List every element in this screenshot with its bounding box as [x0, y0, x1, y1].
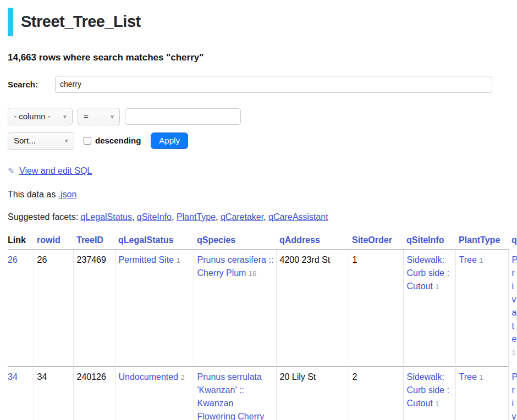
descending-label: descending — [95, 136, 141, 145]
cell-link[interactable]: Prunus cerasifera :: Cherry Plum — [197, 255, 274, 278]
facet-link-qCaretaker[interactable]: qCaretaker — [221, 212, 263, 222]
table-cell: 26 — [34, 249, 73, 366]
table-header-row: LinkrowidTreeIDqLegalStatusqSpeciesqAddr… — [8, 234, 509, 250]
facet-count: 16 — [249, 269, 256, 278]
facet-count: 1 — [479, 256, 483, 264]
sort-select-wrap: Sort... ▼ — [8, 132, 74, 150]
facet-link-PlantType[interactable]: PlantType — [177, 212, 216, 222]
table-cell: 34 — [34, 366, 73, 420]
table-cell: 240126 — [73, 366, 115, 420]
cell-link[interactable]: Prunus serrulata 'Kwanzan' :: Kwanzan Fl… — [197, 372, 265, 420]
column-select-wrap: - column - ▼ — [8, 108, 73, 125]
column-header-link[interactable]: qAddress — [279, 235, 320, 245]
table-cell: Prunus serrulata 'Kwanzan' :: Kwanzan Fl… — [194, 366, 276, 420]
column-header-rowid[interactable]: rowid — [34, 234, 73, 250]
cell-link[interactable]: Permitted Site — [119, 255, 174, 264]
facet-count: 1 — [512, 349, 516, 357]
table-cell: Prunus cerasifera :: Cherry Plum 16 — [194, 249, 276, 366]
pencil-icon: ✎ — [8, 166, 15, 175]
column-header-link[interactable]: rowid — [37, 235, 61, 245]
table-cell: Sidewalk: Curb side : Cutout 1 — [403, 366, 455, 420]
view-edit-sql-link[interactable]: View and edit SQL — [19, 166, 92, 175]
column-header-link[interactable]: PlantType — [459, 235, 500, 245]
facet-count: 2 — [180, 373, 184, 382]
table-body: 2626237469Permitted Site 1Prunus cerasif… — [8, 249, 509, 420]
column-header-qAddress[interactable]: qAddress — [276, 234, 349, 250]
column-header-link[interactable]: qCaretaker — [512, 235, 517, 245]
sort-row: Sort... ▼ descending Apply — [8, 132, 509, 150]
table-cell: Private 1 — [508, 366, 509, 420]
column-select[interactable]: - column - — [8, 108, 73, 125]
facet-count: 1 — [435, 283, 439, 291]
facets-row: Suggested facets: qLegalStatus, qSiteInf… — [8, 212, 509, 222]
sort-select[interactable]: Sort... — [8, 132, 74, 150]
search-row: Search: — [8, 76, 509, 93]
table-cell: Sidewalk: Curb side : Cutout 1 — [403, 249, 455, 366]
facet-count: 1 — [479, 373, 483, 382]
facet-count: 1 — [176, 256, 180, 264]
cell-link[interactable]: Tree — [459, 255, 477, 264]
table-cell: Private 1 — [508, 249, 509, 366]
column-header-qSpecies[interactable]: qSpecies — [194, 234, 276, 250]
table-cell: 26 — [8, 249, 34, 366]
sql-row: ✎ View and edit SQL — [8, 166, 509, 176]
cell-link[interactable]: 34 — [8, 372, 18, 382]
json-link[interactable]: .json — [58, 190, 77, 199]
column-header-link[interactable]: qSiteInfo — [406, 235, 444, 245]
facet-count: 1 — [435, 400, 439, 408]
table-cell: 1 — [349, 249, 403, 366]
column-header-qLegalStatus[interactable]: qLegalStatus — [115, 234, 194, 250]
table-cell: 34 — [8, 366, 34, 420]
cell-link[interactable]: Sidewalk: Curb side : Cutout — [407, 372, 449, 408]
table-cell: Permitted Site 1 — [115, 249, 194, 366]
column-header-link[interactable]: TreeID — [76, 235, 103, 245]
table-row: 2626237469Permitted Site 1Prunus cerasif… — [8, 249, 509, 366]
descending-option: descending — [84, 136, 141, 145]
descending-checkbox[interactable] — [84, 137, 91, 145]
row-count-heading: 14,663 rows where search matches "cherry… — [8, 52, 509, 63]
apply-button[interactable]: Apply — [151, 132, 188, 149]
search-label: Search: — [8, 80, 55, 89]
column-header-SiteOrder[interactable]: SiteOrder — [349, 234, 403, 250]
search-input[interactable] — [55, 76, 492, 93]
data-as-row: This data as .json — [8, 190, 509, 200]
facets-prefix: Suggested facets: — [8, 212, 81, 222]
column-header-Link: Link — [8, 234, 34, 250]
facet-link-qSiteInfo[interactable]: qSiteInfo — [137, 212, 172, 222]
column-header-TreeID[interactable]: TreeID — [73, 234, 115, 250]
table-cell: 2 — [349, 366, 403, 420]
cell-link[interactable]: Undocumented — [119, 372, 179, 382]
facet-link-qLegalStatus[interactable]: qLegalStatus — [81, 212, 132, 222]
data-as-prefix: This data as — [8, 190, 58, 199]
column-header-qCaretaker[interactable]: qCaretaker — [508, 234, 509, 250]
column-header-link[interactable]: SiteOrder — [352, 235, 392, 245]
column-header-qSiteInfo[interactable]: qSiteInfo — [403, 234, 455, 250]
table-cell: Undocumented 2 — [115, 366, 194, 420]
cell-link[interactable]: 26 — [8, 255, 18, 264]
table-cell: 20 Lily St — [276, 366, 349, 420]
table-cell: 4200 23rd St — [276, 249, 349, 366]
results-table: LinkrowidTreeIDqLegalStatusqSpeciesqAddr… — [8, 234, 509, 420]
page-title: Street_Tree_List — [8, 8, 509, 36]
table-row: 3434240126Undocumented 2Prunus serrulata… — [8, 366, 509, 420]
column-header-link[interactable]: qSpecies — [197, 235, 235, 245]
cell-link[interactable]: Private — [512, 255, 517, 344]
filter-value-input[interactable] — [125, 108, 241, 125]
column-header-PlantType[interactable]: PlantType — [455, 234, 508, 250]
column-header-link[interactable]: qLegalStatus — [118, 235, 173, 245]
facet-links: qLegalStatus, qSiteInfo, PlantType, qCar… — [81, 212, 328, 222]
operator-select-wrap: = ▼ — [78, 108, 120, 125]
search-form: Search: - column - ▼ = ▼ Sort... — [8, 76, 509, 150]
operator-select[interactable]: = — [78, 108, 120, 125]
table-cell: Tree 1 — [455, 366, 508, 420]
table-cell: Tree 1 — [455, 249, 508, 366]
page: Street_Tree_List 14,663 rows where searc… — [0, 8, 517, 420]
cell-link[interactable]: Tree — [459, 372, 477, 382]
cell-link[interactable]: Private — [512, 372, 517, 420]
filter-row: - column - ▼ = ▼ — [8, 108, 509, 125]
table-cell: 237469 — [73, 249, 115, 366]
cell-link[interactable]: Sidewalk: Curb side : Cutout — [407, 255, 449, 291]
facet-link-qCareAssistant[interactable]: qCareAssistant — [268, 212, 328, 222]
